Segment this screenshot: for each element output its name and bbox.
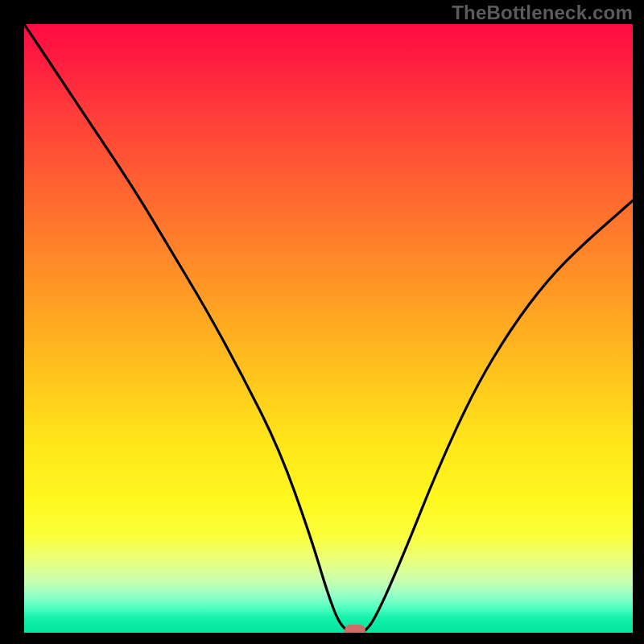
watermark-text: TheBottleneck.com: [452, 2, 633, 24]
chart-container: TheBottleneck.com: [0, 0, 644, 644]
optimal-point-marker: [345, 625, 365, 633]
plot-area: [24, 24, 633, 633]
bottleneck-curve: [24, 24, 633, 633]
curve-path: [24, 24, 633, 633]
